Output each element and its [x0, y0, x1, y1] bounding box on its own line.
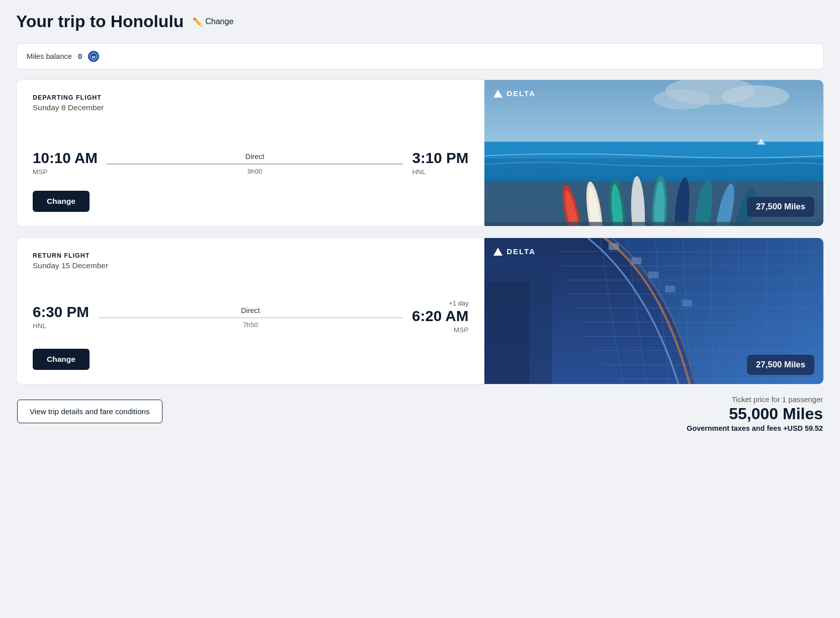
return-flight-route: 6:30 PM HNL Direct 7h50 +1 day 6:20 AM M…: [33, 299, 468, 334]
taxes-fees: Government taxes and fees +USD 59.52: [687, 424, 823, 432]
return-airline-name: DELTA: [507, 247, 535, 256]
return-depart-time: 6:30 PM: [33, 304, 89, 321]
departing-depart-block: 10:10 AM MSP: [33, 150, 98, 176]
departing-direct-label: Direct: [245, 152, 265, 161]
return-direct-label: Direct: [241, 306, 260, 315]
departing-flight-middle: Direct 9h00: [98, 150, 412, 175]
return-arrive-time: 6:20 AM: [412, 308, 468, 325]
departing-depart-airport: MSP: [33, 168, 98, 176]
return-arrive-airport: MSP: [412, 326, 468, 334]
return-flight-line: [98, 318, 403, 319]
bottom-section: View trip details and fare conditions Ti…: [16, 396, 824, 432]
page-title: Your trip to Honolulu: [16, 12, 184, 31]
svg-rect-45: [484, 283, 530, 384]
miles-icon: M: [88, 51, 99, 62]
departing-flight-image: DELTA 27,500 Miles: [484, 80, 823, 226]
return-plus-day: +1 day: [412, 299, 468, 307]
svg-rect-25: [484, 222, 823, 226]
pricing-summary: Ticket price for 1 passenger 55,000 Mile…: [687, 396, 823, 432]
departing-flight-type: DEPARTING FLIGHT: [33, 94, 468, 101]
departing-delta-triangle-icon: [493, 90, 502, 98]
svg-point-5: [722, 85, 790, 108]
return-duration: 7h50: [243, 321, 258, 329]
page-container: Your trip to Honolulu ✏️ Change Miles ba…: [0, 0, 840, 452]
departing-flight-card: DEPARTING FLIGHT Sunday 8 December 10:10…: [16, 80, 824, 226]
svg-point-6: [654, 89, 710, 109]
svg-rect-43: [682, 300, 692, 306]
departing-flight-route: 10:10 AM MSP Direct 9h00 3:10 PM HNL: [33, 150, 468, 176]
return-flight-date: Sunday 15 December: [33, 261, 468, 270]
return-change-button[interactable]: Change: [33, 349, 90, 370]
departing-flight-info: DEPARTING FLIGHT Sunday 8 December 10:10…: [17, 80, 484, 226]
return-depart-airport: HNL: [33, 322, 89, 330]
miles-balance-bar: Miles balance 0 M: [16, 43, 824, 69]
return-delta-triangle-icon: [493, 248, 502, 256]
svg-rect-42: [665, 285, 676, 292]
departing-change-button[interactable]: Change: [33, 191, 90, 212]
total-miles: 55,000 Miles: [687, 405, 823, 423]
taxes-value: +USD 59.52: [783, 424, 823, 432]
departing-arrive-block: 3:10 PM HNL: [412, 150, 468, 176]
view-trip-button[interactable]: View trip details and fare conditions: [17, 400, 162, 423]
change-trip-label: Change: [205, 17, 233, 26]
return-arrive-block: +1 day 6:20 AM MSP: [412, 299, 468, 334]
miles-balance-label: Miles balance: [27, 52, 72, 60]
taxes-label: Government taxes and fees: [687, 424, 781, 432]
change-trip-link[interactable]: ✏️ Change: [193, 17, 233, 27]
return-miles-badge: 27,500 Miles: [747, 355, 814, 375]
svg-text:M: M: [92, 55, 96, 59]
miles-balance-value: 0: [78, 52, 82, 60]
departing-arrive-airport: HNL: [412, 168, 468, 176]
svg-rect-41: [648, 271, 658, 278]
page-header: Your trip to Honolulu ✏️ Change: [16, 12, 824, 31]
return-flight-image: DELTA 27,500 Miles: [484, 238, 823, 384]
return-flight-info: RETURN FLIGHT Sunday 15 December 6:30 PM…: [17, 238, 484, 384]
departing-depart-time: 10:10 AM: [33, 150, 98, 167]
pencil-icon: ✏️: [193, 17, 203, 27]
departing-duration: 9h00: [247, 168, 262, 175]
ticket-price-label: Ticket price for 1 passenger: [687, 396, 823, 404]
return-delta-badge: DELTA: [493, 247, 535, 256]
departing-miles-badge: 27,500 Miles: [747, 197, 814, 217]
departing-flight-line: [107, 164, 403, 165]
return-flight-middle: Direct 7h50: [89, 304, 412, 329]
return-flight-type: RETURN FLIGHT: [33, 252, 468, 259]
departing-flight-date: Sunday 8 December: [33, 103, 468, 112]
departing-airline-name: DELTA: [507, 89, 535, 98]
departing-arrive-time: 3:10 PM: [412, 150, 468, 167]
return-depart-block: 6:30 PM HNL: [33, 304, 89, 330]
departing-delta-badge: DELTA: [493, 89, 535, 98]
return-flight-card: RETURN FLIGHT Sunday 15 December 6:30 PM…: [16, 238, 824, 384]
